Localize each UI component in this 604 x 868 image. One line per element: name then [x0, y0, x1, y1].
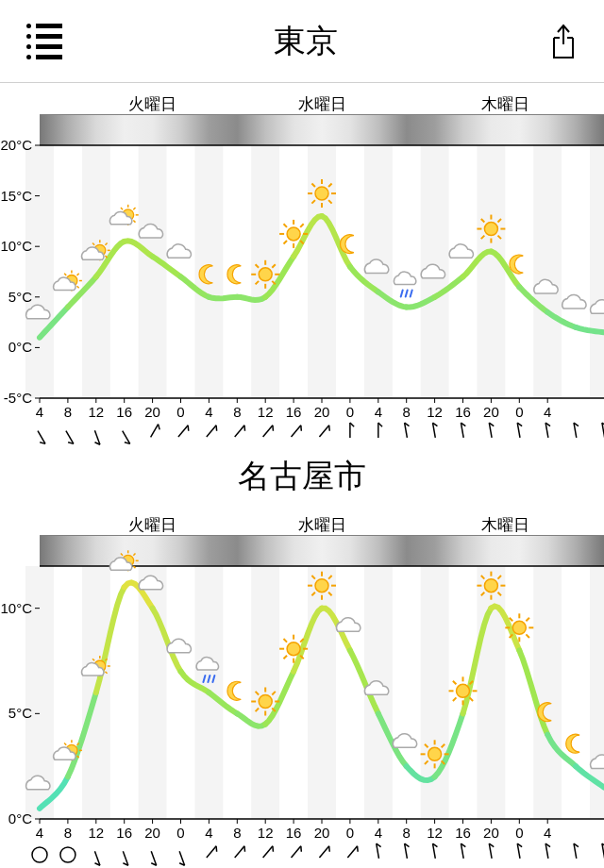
svg-line-153 — [301, 426, 302, 431]
svg-line-345 — [263, 846, 273, 858]
svg-text:8: 8 — [403, 825, 411, 841]
svg-line-349 — [319, 846, 328, 858]
svg-text:16: 16 — [286, 825, 302, 841]
svg-rect-0 — [25, 145, 54, 398]
svg-text:4: 4 — [205, 404, 212, 420]
svg-text:0: 0 — [515, 404, 523, 420]
svg-text:5°C: 5°C — [8, 289, 32, 305]
svg-text:8: 8 — [64, 825, 72, 841]
svg-line-152 — [292, 426, 301, 437]
svg-text:8: 8 — [403, 404, 411, 420]
svg-line-341 — [207, 846, 216, 858]
svg-line-352 — [358, 846, 359, 852]
svg-text:0: 0 — [346, 825, 354, 841]
svg-line-267 — [470, 697, 474, 701]
svg-line-136 — [66, 431, 74, 444]
svg-line-343 — [235, 846, 244, 858]
svg-rect-185 — [533, 566, 562, 819]
svg-point-86 — [484, 223, 497, 236]
svg-line-35 — [64, 274, 66, 275]
svg-line-142 — [151, 425, 159, 438]
svg-rect-1 — [82, 145, 110, 398]
chart-nagoya: 火曜日水曜日木曜日0°C5°C10°C481216200481216200481… — [0, 504, 604, 868]
share-icon[interactable] — [549, 24, 578, 59]
svg-line-144 — [178, 426, 188, 437]
svg-point-229 — [259, 695, 272, 709]
svg-point-74 — [315, 187, 328, 200]
svg-text:4: 4 — [375, 825, 382, 841]
svg-line-147 — [216, 426, 217, 431]
svg-rect-184 — [477, 566, 505, 819]
svg-line-49 — [133, 220, 135, 222]
svg-text:4: 4 — [544, 825, 551, 841]
svg-rect-10 — [590, 145, 604, 398]
svg-text:20: 20 — [314, 404, 330, 420]
svg-text:12: 12 — [88, 404, 104, 420]
svg-text:20: 20 — [483, 404, 499, 420]
svg-text:8: 8 — [233, 825, 241, 841]
svg-line-244 — [283, 639, 287, 643]
svg-text:0: 0 — [515, 825, 523, 841]
svg-text:10°C: 10°C — [0, 238, 32, 254]
svg-text:20: 20 — [314, 825, 330, 841]
svg-text:0°C: 0°C — [8, 339, 32, 355]
svg-line-85 — [411, 291, 412, 297]
svg-text:20: 20 — [144, 404, 160, 420]
svg-rect-8 — [477, 145, 505, 398]
temperature-chart-tokyo[interactable]: 火曜日水曜日木曜日-5°C0°C5°C10°C15°C20°C481216200… — [0, 83, 604, 451]
svg-text:4: 4 — [36, 404, 43, 420]
svg-text:4: 4 — [375, 404, 382, 420]
page-title: 東京 — [274, 20, 338, 63]
menu-icon[interactable] — [26, 24, 62, 59]
temperature-chart-nagoya[interactable]: 火曜日水曜日木曜日0°C5°C10°C481216200481216200481… — [0, 504, 604, 868]
svg-text:15°C: 15°C — [0, 188, 32, 204]
svg-text:20: 20 — [144, 825, 160, 841]
svg-text:16: 16 — [116, 404, 132, 420]
svg-text:水曜日: 水曜日 — [298, 95, 346, 113]
svg-text:0: 0 — [346, 404, 354, 420]
svg-line-148 — [235, 426, 244, 437]
svg-text:0°C: 0°C — [8, 810, 32, 826]
svg-line-150 — [263, 426, 273, 437]
svg-text:20°C: 20°C — [0, 137, 32, 153]
svg-point-256 — [428, 747, 442, 760]
section-title-nagoya: 名古屋市 — [0, 451, 604, 504]
svg-text:16: 16 — [455, 404, 471, 420]
svg-line-149 — [244, 426, 245, 431]
svg-rect-181 — [308, 566, 336, 819]
svg-line-291 — [526, 618, 529, 622]
svg-text:16: 16 — [286, 404, 302, 420]
svg-text:10°C: 10°C — [0, 600, 32, 616]
svg-text:0: 0 — [176, 825, 184, 841]
svg-line-346 — [273, 846, 274, 852]
svg-text:火曜日: 火曜日 — [128, 516, 176, 534]
svg-text:火曜日: 火曜日 — [128, 95, 176, 113]
svg-line-140 — [123, 431, 130, 444]
svg-point-332 — [60, 847, 76, 862]
svg-text:20: 20 — [483, 825, 499, 841]
svg-line-155 — [329, 426, 330, 431]
svg-line-69 — [283, 241, 287, 244]
svg-text:16: 16 — [455, 825, 471, 841]
svg-line-55 — [133, 208, 135, 209]
svg-line-347 — [292, 846, 301, 858]
svg-line-269 — [453, 697, 457, 701]
svg-line-84 — [406, 291, 408, 297]
svg-rect-9 — [533, 145, 562, 398]
svg-text:4: 4 — [205, 825, 212, 841]
svg-line-53 — [121, 208, 123, 209]
svg-text:12: 12 — [258, 825, 274, 841]
svg-text:4: 4 — [36, 825, 43, 841]
svg-point-247 — [315, 579, 328, 593]
svg-line-348 — [301, 846, 302, 852]
svg-line-285 — [526, 634, 529, 638]
svg-point-65 — [287, 227, 300, 241]
svg-line-342 — [216, 846, 217, 852]
svg-point-238 — [287, 643, 300, 656]
svg-line-351 — [347, 846, 357, 858]
svg-point-265 — [457, 684, 470, 697]
svg-text:16: 16 — [116, 825, 132, 841]
svg-rect-2 — [139, 145, 167, 398]
svg-line-37 — [77, 274, 79, 275]
svg-line-242 — [283, 656, 287, 659]
